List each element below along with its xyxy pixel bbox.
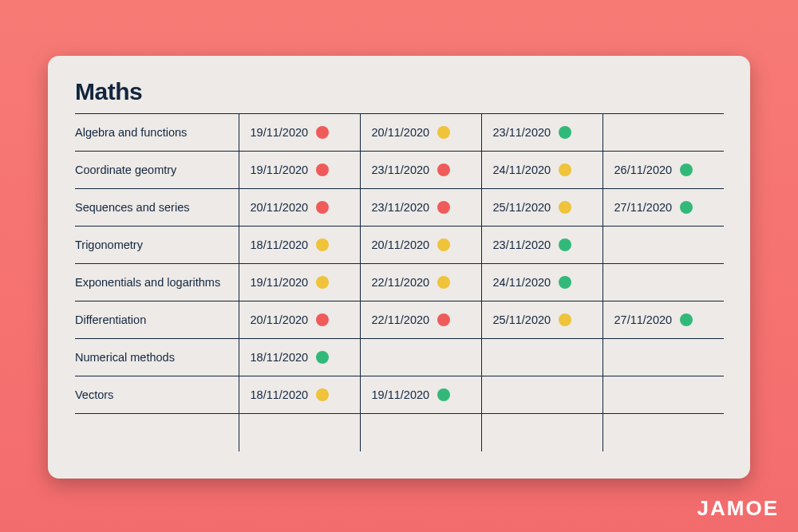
attempt-cell: 23/11/2020 <box>360 189 481 227</box>
attempt-cell: 24/11/2020 <box>481 264 602 301</box>
attempt-date: 23/11/2020 <box>372 164 430 176</box>
attempt-cell: 26/11/2020 <box>602 152 724 189</box>
attempt-date: 20/11/2020 <box>372 126 430 139</box>
attempt-cell: 23/11/2020 <box>481 227 602 264</box>
table-row: Algebra and functions19/11/202020/11/202… <box>75 114 724 152</box>
attempt: 20/11/2020 <box>251 313 350 326</box>
empty-cell <box>602 414 724 451</box>
amber-dot-icon <box>559 164 571 176</box>
amber-dot-icon <box>559 313 571 326</box>
attempt: 18/11/2020 <box>251 238 350 251</box>
topic-label: Sequences and series <box>75 201 190 214</box>
attempt-date: 23/11/2020 <box>372 201 430 214</box>
attempt-cell: 27/11/2020 <box>602 189 724 227</box>
table-row: Exponentials and logarithms19/11/202022/… <box>75 264 724 301</box>
topic-label: Algebra and functions <box>75 126 187 139</box>
attempt: 19/11/2020 <box>251 126 350 139</box>
attempt-date: 25/11/2020 <box>493 313 551 326</box>
green-dot-icon <box>680 164 693 176</box>
attempt-date: 27/11/2020 <box>614 201 673 214</box>
topic-cell: Coordinate geomtry <box>75 152 239 189</box>
attempt-cell <box>602 339 724 376</box>
brand-logo: JAMOE <box>697 496 779 521</box>
red-dot-icon <box>316 201 329 214</box>
study-card: Maths Algebra and functions19/11/202020/… <box>48 56 750 479</box>
attempt-date: 22/11/2020 <box>372 313 430 326</box>
topic-label: Coordinate geomtry <box>75 164 176 176</box>
red-dot-icon <box>316 164 329 176</box>
attempt-cell <box>602 114 724 152</box>
red-dot-icon <box>316 313 329 326</box>
attempt: 18/11/2020 <box>251 351 350 364</box>
red-dot-icon <box>437 313 450 326</box>
green-dot-icon <box>559 276 571 289</box>
attempt-cell: 19/11/2020 <box>239 264 360 301</box>
attempt-cell <box>602 227 724 264</box>
topic-cell: Differentiation <box>75 301 239 339</box>
topic-label: Vectors <box>75 388 113 401</box>
amber-dot-icon <box>437 276 450 289</box>
green-dot-icon <box>316 351 329 364</box>
table-row: Differentiation20/11/202022/11/202025/11… <box>75 301 724 339</box>
attempt-date: 24/11/2020 <box>493 276 551 289</box>
attempt-date: 26/11/2020 <box>614 164 673 176</box>
attempt-cell: 25/11/2020 <box>481 189 602 227</box>
attempt: 20/11/2020 <box>251 201 350 214</box>
attempt: 20/11/2020 <box>372 238 472 251</box>
empty-cell <box>481 414 602 451</box>
table-body: Algebra and functions19/11/202020/11/202… <box>75 114 724 451</box>
topic-cell: Vectors <box>75 376 239 414</box>
empty-cell <box>75 414 239 451</box>
topic-label: Trigonometry <box>75 238 143 251</box>
attempt-date: 18/11/2020 <box>251 351 309 364</box>
attempt-cell: 18/11/2020 <box>239 227 360 264</box>
attempt-cell: 20/11/2020 <box>239 301 360 339</box>
attempt-cell <box>481 376 602 414</box>
amber-dot-icon <box>437 126 450 139</box>
attempt-cell: 23/11/2020 <box>360 152 481 189</box>
red-dot-icon <box>437 164 450 176</box>
green-dot-icon <box>559 126 571 139</box>
attempt-date: 23/11/2020 <box>493 126 551 139</box>
attempt-date: 27/11/2020 <box>614 313 673 326</box>
attempt-cell <box>602 376 724 414</box>
attempt-date: 19/11/2020 <box>372 388 430 401</box>
attempt: 22/11/2020 <box>372 313 472 326</box>
attempt: 27/11/2020 <box>614 201 715 214</box>
attempt-cell: 18/11/2020 <box>239 376 360 414</box>
attempt: 23/11/2020 <box>493 126 593 139</box>
attempt-cell: 19/11/2020 <box>239 114 360 152</box>
attempt-cell: 19/11/2020 <box>360 376 481 414</box>
attempt-cell: 22/11/2020 <box>360 264 481 301</box>
attempt-cell: 20/11/2020 <box>360 227 481 264</box>
amber-dot-icon <box>316 238 329 251</box>
attempt-cell: 18/11/2020 <box>239 339 360 376</box>
study-table: Algebra and functions19/11/202020/11/202… <box>75 113 724 451</box>
green-dot-icon <box>437 388 450 401</box>
attempt-cell <box>481 339 602 376</box>
topic-cell: Trigonometry <box>75 227 239 264</box>
topic-label: Numerical methods <box>75 351 175 364</box>
amber-dot-icon <box>559 201 571 214</box>
attempt: 25/11/2020 <box>493 313 593 326</box>
attempt-date: 18/11/2020 <box>251 238 309 251</box>
table-row: Trigonometry18/11/202020/11/202023/11/20… <box>75 227 724 264</box>
attempt-cell: 27/11/2020 <box>602 301 724 339</box>
attempt-date: 24/11/2020 <box>493 164 551 176</box>
attempt-cell: 24/11/2020 <box>481 152 602 189</box>
amber-dot-icon <box>316 388 329 401</box>
attempt: 18/11/2020 <box>251 388 350 401</box>
attempt: 19/11/2020 <box>251 164 350 176</box>
table-row <box>75 414 724 451</box>
empty-cell <box>239 414 360 451</box>
attempt: 23/11/2020 <box>372 164 472 176</box>
attempt: 25/11/2020 <box>493 201 593 214</box>
attempt: 19/11/2020 <box>251 276 350 289</box>
attempt-date: 20/11/2020 <box>251 201 309 214</box>
empty-cell <box>360 414 481 451</box>
amber-dot-icon <box>437 238 450 251</box>
topic-label: Exponentials and logarithms <box>75 276 220 289</box>
red-dot-icon <box>437 201 450 214</box>
attempt-cell: 19/11/2020 <box>239 152 360 189</box>
attempt-date: 19/11/2020 <box>251 126 309 139</box>
